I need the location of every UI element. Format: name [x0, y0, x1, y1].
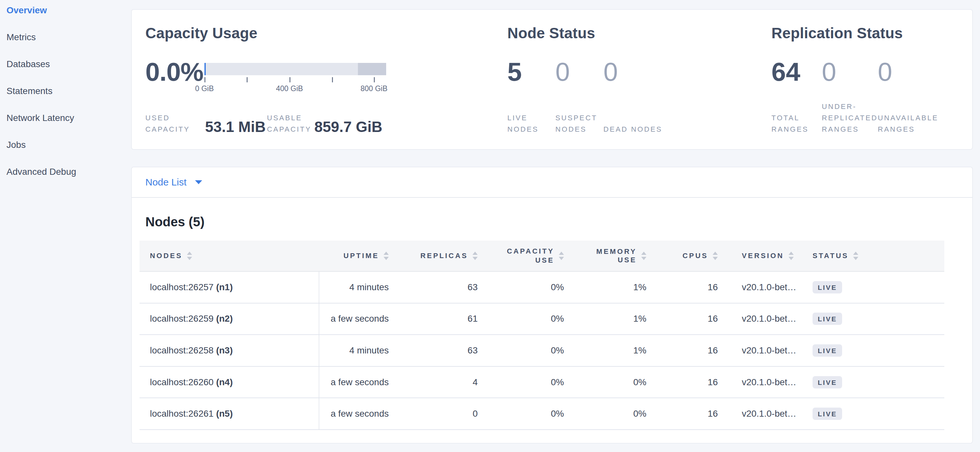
sidebar-item-metrics[interactable]: Metrics [6, 31, 131, 44]
summary-stat: 0UNAVAILABLE RANGES [878, 59, 959, 135]
table-row: localhost:26259 (n2)a few seconds610%1%1… [140, 303, 944, 335]
used-capacity-value: 53.1 MiB [205, 119, 266, 134]
nodes-table: NODESUPTIMEREPLICASCAPACITY USEMEMORY US… [140, 241, 944, 430]
capacity-use-cell: 0% [491, 303, 577, 335]
summary-stat: 0DEAD NODES [604, 59, 662, 135]
replicas-cell: 61 [402, 303, 491, 335]
table-row: localhost:26257 (n1)4 minutes630%1%16v20… [140, 272, 944, 303]
sort-icon [789, 252, 794, 260]
uptime-cell: a few seconds [319, 367, 402, 398]
replicas-cell: 63 [402, 272, 491, 303]
node-name-cell[interactable]: localhost:26260 (n4) [140, 367, 319, 398]
capacity-axis-labels: 0 GiB400 GiB800 GiB [204, 84, 386, 94]
nodes-table-title: Nodes (5) [145, 213, 972, 230]
node-address: localhost:26261 [150, 409, 216, 419]
cpus-cell: 16 [659, 335, 731, 366]
node-id: (n1) [216, 282, 233, 292]
node-name-cell[interactable]: localhost:26261 (n5) [140, 398, 319, 429]
node-id: (n5) [216, 409, 233, 419]
capacity-axis-ticks [204, 76, 386, 83]
sidebar-item-statements[interactable]: Statements [6, 85, 131, 98]
memory-use-cell: 1% [577, 272, 659, 303]
node-status-stats: 5LIVE NODES0SUSPECT NODES0DEAD NODES [508, 59, 772, 135]
summary-stat: 5LIVE NODES [508, 59, 555, 135]
column-header-label: VERSION [742, 252, 784, 260]
node-id: (n2) [216, 314, 233, 324]
node-name-cell[interactable]: localhost:26259 (n2) [140, 303, 319, 335]
uptime-cell: a few seconds [319, 398, 402, 429]
table-row: localhost:26261 (n5)a few seconds00%0%16… [140, 398, 944, 430]
capacity-bar [204, 63, 386, 75]
version-cell: v20.1.0-bet… [731, 398, 802, 429]
column-header-version[interactable]: VERSION [731, 241, 802, 271]
memory-use-cell: 1% [577, 335, 659, 366]
summary-stat-value: 5 [508, 59, 555, 85]
table-row: localhost:26258 (n3)4 minutes630%1%16v20… [140, 335, 944, 367]
column-header-label: NODES [150, 252, 182, 260]
sort-icon [853, 252, 858, 260]
axis-tick-label: 800 GiB [361, 84, 387, 93]
capacity-overflow-segment [358, 63, 386, 75]
cluster-summary-panel: Capacity Usage 0.0% 0 GiB400 GiB800 GiB … [131, 9, 973, 150]
status-badge: LIVE [813, 281, 842, 293]
node-address: localhost:26259 [150, 314, 216, 324]
version-cell: v20.1.0-bet… [731, 272, 802, 303]
cpus-cell: 16 [659, 303, 731, 335]
version-cell: v20.1.0-bet… [731, 335, 802, 366]
sidebar-item-network-latency[interactable]: Network Latency [6, 111, 131, 125]
capacity-stats: USED CAPACITY 53.1 MiB USABLE CAPACITY 8… [145, 112, 508, 135]
column-header-capacity-use[interactable]: CAPACITY USE [491, 241, 577, 271]
cpus-cell: 16 [659, 272, 731, 303]
axis-tick [332, 77, 333, 82]
nodes-table-body: localhost:26257 (n1)4 minutes630%1%16v20… [140, 272, 944, 430]
node-name-cell[interactable]: localhost:26257 (n1) [140, 272, 319, 303]
capacity-usage-chart: 0.0% 0 GiB400 GiB800 GiB [145, 59, 508, 94]
memory-use-cell: 0% [577, 367, 659, 398]
version-cell: v20.1.0-bet… [731, 303, 802, 335]
summary-stat-label: LIVE NODES [508, 112, 555, 135]
column-header-uptime[interactable]: UPTIME [319, 241, 402, 271]
replicas-cell: 4 [402, 367, 491, 398]
capacity-use-cell: 0% [491, 367, 577, 398]
sidebar-item-databases[interactable]: Databases [6, 58, 131, 71]
used-capacity-stat: USED CAPACITY 53.1 MiB [145, 112, 266, 135]
usable-capacity-stat: USABLE CAPACITY 859.7 GiB [266, 112, 383, 135]
column-header-status[interactable]: STATUS [802, 241, 944, 271]
status-badge: LIVE [813, 408, 842, 420]
view-selector-label[interactable]: Node List [145, 177, 186, 188]
version-cell: v20.1.0-bet… [731, 367, 802, 398]
capacity-used-segment [204, 63, 206, 75]
node-address: localhost:26257 [150, 282, 216, 292]
column-header-replicas[interactable]: REPLICAS [402, 241, 491, 271]
status-cell: LIVE [802, 303, 944, 335]
sidebar-item-jobs[interactable]: Jobs [6, 138, 131, 151]
node-address: localhost:26258 [150, 345, 216, 356]
sort-icon [473, 252, 478, 260]
summary-stat: 0SUSPECT NODES [555, 59, 604, 135]
uptime-cell: 4 minutes [319, 272, 402, 303]
column-header-memory-use[interactable]: MEMORY USE [577, 241, 659, 271]
axis-tick [204, 77, 205, 82]
sidebar-item-advanced-debug[interactable]: Advanced Debug [6, 165, 131, 178]
memory-use-cell: 0% [577, 398, 659, 429]
column-header-nodes[interactable]: NODES [140, 241, 319, 271]
node-status-title: Node Status [508, 24, 772, 42]
caret-down-icon [195, 180, 202, 184]
node-name-cell[interactable]: localhost:26258 (n3) [140, 335, 319, 366]
sidebar-item-overview[interactable]: Overview [6, 4, 131, 17]
view-selector-bar[interactable]: Node List [131, 167, 973, 198]
status-cell: LIVE [802, 335, 944, 366]
summary-stat-value: 0 [822, 59, 878, 85]
summary-stat-label: UNDER-REPLICATED RANGES [822, 101, 878, 135]
main-content: Capacity Usage 0.0% 0 GiB400 GiB800 GiB … [131, 0, 973, 444]
axis-tick-label: 0 GiB [195, 84, 214, 93]
axis-tick [290, 77, 290, 82]
column-header-label: REPLICAS [420, 252, 468, 260]
nodes-table-panel: Nodes (5) NODESUPTIMEREPLICASCAPACITY US… [131, 198, 973, 444]
summary-stat: 64TOTAL RANGES [772, 59, 822, 135]
sort-icon [383, 252, 389, 260]
replicas-cell: 63 [402, 335, 491, 366]
summary-stat-label: TOTAL RANGES [772, 112, 822, 135]
column-header-cpus[interactable]: CPUS [659, 241, 731, 271]
summary-stat-label: DEAD NODES [604, 124, 662, 135]
